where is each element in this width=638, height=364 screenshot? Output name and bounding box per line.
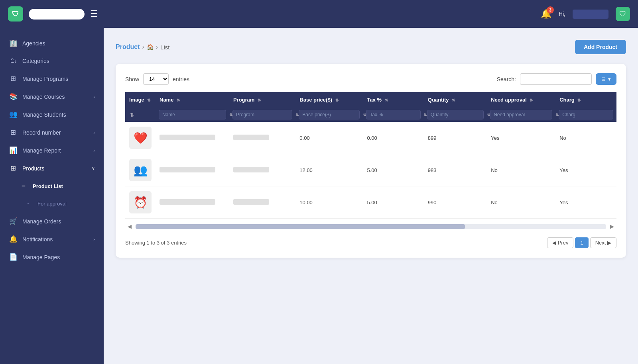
filter-need-approval-input[interactable] [490, 110, 552, 119]
filter-program-input[interactable] [232, 110, 292, 119]
filter-program: ⇅ [229, 108, 295, 122]
filter-base-price: ⇅ [295, 108, 363, 122]
scroll-left-arrow[interactable]: ◀ [125, 223, 134, 230]
sidebar-label-manage-pages: Manage Pages [22, 254, 95, 260]
sidebar-label-categories: Categories [22, 58, 95, 64]
table-header-row: Image ⇅ Name ⇅ Program ⇅ Base price($) ⇅ [125, 92, 616, 108]
search-input[interactable] [520, 73, 592, 85]
sort-icon-tax[interactable]: ⇅ [385, 98, 388, 102]
filter-icon: ⊟ [601, 76, 606, 82]
bell-badge: 3 [547, 6, 554, 14]
header-right: 🔔 3 Hi, 🛡 [541, 7, 630, 21]
sort-icon-charge[interactable]: ⇅ [577, 98, 581, 102]
show-entries-left: Show 14 7 10 25 50 100 entries [125, 73, 189, 85]
sidebar-item-manage-orders[interactable]: 🛒 Manage Orders [0, 212, 104, 230]
table-wrapper: Image ⇅ Name ⇅ Program ⇅ Base price($) ⇅ [125, 92, 616, 219]
table-filter-row: ⇅ ⇅ ⇅ ⇅ [125, 108, 616, 122]
page-1-button[interactable]: 1 [575, 237, 588, 248]
table-controls: Show 14 7 10 25 50 100 entries Search: [125, 73, 616, 85]
col-quantity: Quantity ⇅ [424, 92, 487, 108]
tax-filter-sort[interactable]: ⇅ [423, 113, 427, 117]
sidebar-item-agencies[interactable]: 🏢 Agencies [0, 34, 104, 52]
sidebar-label-manage-programs: Manage Programs [22, 76, 95, 82]
program-placeholder-3 [233, 199, 269, 205]
record-number-icon: ⊞ [9, 128, 18, 137]
sidebar-label-agencies: Agencies [22, 40, 95, 47]
sidebar-item-manage-pages[interactable]: 📄 Manage Pages [0, 248, 104, 266]
cell-image-1: ❤️ [125, 122, 156, 154]
pagination-buttons: ◀ Prev 1 Next ▶ [547, 237, 616, 248]
cell-charge-1: No [555, 122, 616, 154]
sort-icon-image[interactable]: ⇅ [147, 98, 150, 102]
scrollbar-track[interactable] [136, 224, 606, 229]
filter-charge-input[interactable] [559, 110, 613, 119]
product-image-2: 👥 [129, 159, 152, 181]
prev-button[interactable]: ◀ Prev [547, 237, 573, 248]
sidebar-item-record-number[interactable]: ⊞ Record number › [0, 123, 104, 141]
program-placeholder-2 [233, 167, 269, 172]
notifications-icon: 🔔 [9, 235, 18, 243]
filter-tax-input[interactable] [366, 110, 420, 119]
name-placeholder-2 [160, 167, 215, 172]
manage-report-icon: 📊 [9, 146, 18, 155]
username-input[interactable] [573, 10, 608, 19]
sidebar-label-product-list: Product List [33, 183, 95, 189]
scroll-right-arrow[interactable]: ▶ [608, 223, 616, 230]
shield-button[interactable]: 🛡 [616, 7, 630, 21]
breadcrumb-home-icon: 🏠 [147, 44, 154, 50]
filter-quantity-input[interactable] [427, 110, 484, 119]
manage-courses-arrow: › [93, 94, 95, 99]
manage-programs-icon: ⊞ [9, 74, 18, 83]
sidebar-label-manage-orders: Manage Orders [22, 218, 95, 225]
sidebar-item-manage-students[interactable]: 👥 Manage Students [0, 106, 104, 123]
sort-icon-name[interactable]: ⇅ [177, 98, 180, 102]
breadcrumb-product[interactable]: Product [116, 43, 140, 51]
table-card: Show 14 7 10 25 50 100 entries Search: [116, 64, 626, 258]
sidebar-item-categories[interactable]: 🗂 Categories [0, 52, 104, 70]
sidebar-item-products[interactable]: ⊞ Products ∨ [0, 159, 104, 177]
bell-button[interactable]: 🔔 3 [541, 9, 551, 19]
search-right: Search: ⊟ ▾ [497, 73, 616, 85]
entries-select[interactable]: 14 7 10 25 50 100 [143, 73, 169, 85]
sidebar-item-manage-programs[interactable]: ⊞ Manage Programs [0, 70, 104, 88]
filter-button[interactable]: ⊟ ▾ [596, 73, 616, 85]
breadcrumb-separator2: › [156, 43, 158, 51]
cell-charge-3: Yes [555, 186, 616, 219]
need-approval-filter-sort[interactable]: ⇅ [555, 113, 559, 117]
program-placeholder-1 [233, 135, 269, 140]
next-button[interactable]: Next ▶ [590, 237, 616, 248]
cell-program-1 [229, 122, 295, 154]
col-need-approval: Need approval ⇅ [487, 92, 555, 108]
scrollbar-thumb [136, 224, 465, 229]
sort-icon-need-approval[interactable]: ⇅ [530, 98, 533, 102]
image-filter-sort[interactable]: ⇅ [130, 112, 134, 118]
cell-program-2 [229, 154, 295, 186]
sidebar-item-manage-courses[interactable]: 📚 Manage Courses › [0, 88, 104, 106]
hamburger-button[interactable]: ☰ [90, 9, 98, 19]
col-name: Name ⇅ [156, 92, 229, 108]
cell-program-3 [229, 186, 295, 219]
breadcrumb-separator: › [142, 43, 144, 51]
filter-base-price-input[interactable] [299, 110, 360, 119]
sort-icon-base-price[interactable]: ⇅ [335, 98, 339, 102]
col-charge: Charg ⇅ [555, 92, 616, 108]
scrollbar-row: ◀ ▶ [125, 223, 616, 230]
sort-icon-program[interactable]: ⇅ [258, 98, 261, 102]
header-search-input[interactable] [29, 9, 85, 20]
sidebar-item-notifications[interactable]: 🔔 Notifications › [0, 230, 104, 248]
cell-need-approval-1: Yes [487, 122, 555, 154]
sidebar-item-manage-report[interactable]: 📊 Manage Report › [0, 141, 104, 159]
base-price-filter-sort[interactable]: ⇅ [363, 113, 366, 117]
cell-quantity-1: 899 [424, 122, 487, 154]
add-product-button[interactable]: Add Product [575, 40, 626, 54]
name-filter-sort[interactable]: ⇅ [229, 113, 232, 117]
product-image-1: ❤️ [129, 127, 152, 149]
cell-base-price-1: 0.00 [295, 122, 363, 154]
sidebar-item-for-approval[interactable]: - For approval [0, 195, 104, 212]
sidebar-item-product-list[interactable]: – Product List [0, 177, 104, 195]
sort-icon-quantity[interactable]: ⇅ [452, 98, 455, 102]
cell-tax-3: 5.00 [363, 186, 423, 219]
filter-name-input[interactable] [159, 110, 226, 119]
quantity-filter-sort[interactable]: ⇅ [487, 113, 490, 117]
program-filter-sort[interactable]: ⇅ [295, 113, 299, 117]
